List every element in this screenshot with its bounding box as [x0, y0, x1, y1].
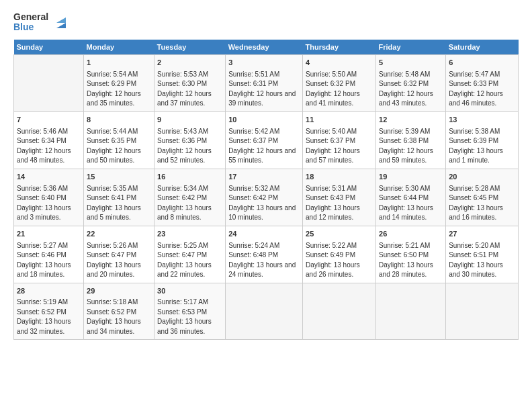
daylight-text: Daylight: 13 hours and 1 minute.	[449, 146, 515, 166]
calendar-cell	[446, 283, 519, 340]
daylight-text: Daylight: 13 hours and 18 minutes.	[17, 261, 81, 280]
sunset-text: Sunset: 6:50 PM	[379, 250, 443, 261]
calendar-cell: 9Sunrise: 5:43 AMSunset: 6:36 PMDaylight…	[154, 111, 226, 169]
day-number: 2	[157, 58, 222, 68]
calendar-table: SundayMondayTuesdayWednesdayThursdayFrid…	[13, 40, 519, 340]
calendar-cell: 11Sunrise: 5:40 AMSunset: 6:37 PMDayligh…	[303, 111, 376, 169]
daylight-text: Daylight: 12 hours and 48 minutes.	[17, 146, 81, 166]
daylight-text: Daylight: 12 hours and 57 minutes.	[306, 146, 373, 166]
calendar-cell: 8Sunrise: 5:44 AMSunset: 6:35 PMDaylight…	[84, 111, 154, 169]
calendar-cell: 5Sunrise: 5:48 AMSunset: 6:32 PMDaylight…	[376, 54, 446, 111]
sunset-text: Sunset: 6:42 PM	[157, 193, 222, 203]
day-number: 9	[157, 115, 222, 126]
calendar-cell: 17Sunrise: 5:32 AMSunset: 6:42 PMDayligh…	[226, 169, 303, 226]
calendar-cell: 13Sunrise: 5:38 AMSunset: 6:39 PMDayligh…	[446, 111, 519, 169]
daylight-text: Daylight: 12 hours and 50 minutes.	[87, 146, 151, 166]
daylight-text: Daylight: 13 hours and 8 minutes.	[157, 203, 222, 223]
sunrise-text: Sunrise: 5:19 AM	[17, 298, 81, 308]
day-header-saturday: Saturday	[446, 40, 519, 55]
calendar-cell: 4Sunrise: 5:50 AMSunset: 6:32 PMDaylight…	[303, 54, 376, 111]
calendar-cell: 24Sunrise: 5:24 AMSunset: 6:48 PMDayligh…	[226, 226, 303, 283]
day-number: 1	[87, 58, 151, 68]
sunset-text: Sunset: 6:44 PM	[379, 193, 443, 203]
daylight-text: Daylight: 13 hours and 22 minutes.	[157, 261, 222, 280]
daylight-text: Daylight: 13 hours and 10 minutes.	[228, 203, 300, 223]
logo: General Blue	[13, 12, 66, 33]
sunrise-text: Sunrise: 5:40 AM	[306, 127, 373, 137]
day-number: 24	[228, 229, 300, 240]
calendar-cell: 6Sunrise: 5:47 AMSunset: 6:33 PMDaylight…	[446, 54, 519, 111]
sunset-text: Sunset: 6:37 PM	[306, 136, 373, 146]
calendar-cell	[376, 283, 446, 340]
calendar-cell: 22Sunrise: 5:26 AMSunset: 6:47 PMDayligh…	[84, 226, 154, 283]
sunrise-text: Sunrise: 5:36 AM	[17, 184, 81, 194]
sunrise-text: Sunrise: 5:43 AM	[157, 127, 222, 137]
daylight-text: Daylight: 13 hours and 12 minutes.	[306, 203, 373, 223]
day-header-friday: Friday	[376, 40, 446, 55]
sunrise-text: Sunrise: 5:48 AM	[379, 70, 443, 80]
sunset-text: Sunset: 6:33 PM	[449, 79, 515, 89]
day-number: 4	[306, 58, 373, 68]
page-header: General Blue	[13, 12, 519, 33]
sunset-text: Sunset: 6:32 PM	[306, 79, 373, 89]
sunset-text: Sunset: 6:46 PM	[17, 250, 81, 261]
calendar-week-row: 21Sunrise: 5:27 AMSunset: 6:46 PMDayligh…	[14, 226, 519, 283]
sunset-text: Sunset: 6:41 PM	[87, 193, 151, 203]
day-number: 18	[306, 172, 373, 183]
daylight-text: Daylight: 13 hours and 14 minutes.	[379, 203, 443, 223]
calendar-cell: 18Sunrise: 5:31 AMSunset: 6:43 PMDayligh…	[303, 169, 376, 226]
sunrise-text: Sunrise: 5:44 AM	[87, 127, 151, 137]
calendar-cell: 21Sunrise: 5:27 AMSunset: 6:46 PMDayligh…	[14, 226, 84, 283]
sunset-text: Sunset: 6:37 PM	[228, 136, 300, 146]
sunset-text: Sunset: 6:35 PM	[87, 136, 151, 146]
day-number: 29	[87, 286, 151, 297]
sunrise-text: Sunrise: 5:31 AM	[306, 184, 373, 194]
calendar-cell	[303, 283, 376, 340]
day-number: 13	[449, 115, 515, 126]
sunrise-text: Sunrise: 5:24 AM	[228, 241, 300, 251]
day-number: 23	[157, 229, 222, 240]
day-number: 28	[17, 286, 81, 297]
day-header-monday: Monday	[84, 40, 154, 55]
daylight-text: Daylight: 13 hours and 28 minutes.	[379, 261, 443, 280]
daylight-text: Daylight: 13 hours and 30 minutes.	[449, 261, 515, 280]
day-number: 25	[306, 229, 373, 240]
sunrise-text: Sunrise: 5:51 AM	[228, 70, 300, 80]
daylight-text: Daylight: 13 hours and 20 minutes.	[87, 261, 151, 280]
sunset-text: Sunset: 6:31 PM	[228, 79, 300, 89]
calendar-week-row: 14Sunrise: 5:36 AMSunset: 6:40 PMDayligh…	[14, 169, 519, 226]
day-number: 14	[17, 172, 81, 183]
sunset-text: Sunset: 6:53 PM	[157, 308, 222, 318]
daylight-text: Daylight: 13 hours and 36 minutes.	[157, 317, 222, 336]
sunset-text: Sunset: 6:36 PM	[157, 136, 222, 146]
day-number: 21	[17, 229, 81, 240]
calendar-cell	[226, 283, 303, 340]
svg-marker-0	[56, 23, 66, 28]
sunset-text: Sunset: 6:30 PM	[157, 79, 222, 89]
calendar-cell: 30Sunrise: 5:17 AMSunset: 6:53 PMDayligh…	[154, 283, 226, 340]
daylight-text: Daylight: 13 hours and 24 minutes.	[228, 261, 300, 280]
sunset-text: Sunset: 6:52 PM	[87, 308, 151, 318]
daylight-text: Daylight: 13 hours and 26 minutes.	[306, 261, 373, 280]
day-header-sunday: Sunday	[14, 40, 84, 55]
calendar-cell: 10Sunrise: 5:42 AMSunset: 6:37 PMDayligh…	[226, 111, 303, 169]
svg-marker-1	[56, 17, 66, 23]
day-number: 8	[87, 115, 151, 126]
sunset-text: Sunset: 6:39 PM	[449, 136, 515, 146]
sunrise-text: Sunrise: 5:17 AM	[157, 298, 222, 308]
daylight-text: Daylight: 12 hours and 59 minutes.	[379, 146, 443, 166]
day-number: 30	[157, 286, 222, 297]
sunrise-text: Sunrise: 5:46 AM	[17, 127, 81, 137]
daylight-text: Daylight: 12 hours and 46 minutes.	[449, 89, 515, 109]
sunset-text: Sunset: 6:52 PM	[17, 308, 81, 318]
day-number: 7	[17, 115, 81, 126]
day-header-tuesday: Tuesday	[154, 40, 226, 55]
day-number: 12	[379, 115, 443, 126]
daylight-text: Daylight: 13 hours and 16 minutes.	[449, 203, 515, 223]
sunset-text: Sunset: 6:40 PM	[17, 193, 81, 203]
sunset-text: Sunset: 6:49 PM	[306, 250, 373, 261]
calendar-cell: 29Sunrise: 5:18 AMSunset: 6:52 PMDayligh…	[84, 283, 154, 340]
daylight-text: Daylight: 13 hours and 32 minutes.	[17, 317, 81, 336]
calendar-cell: 14Sunrise: 5:36 AMSunset: 6:40 PMDayligh…	[14, 169, 84, 226]
day-number: 6	[449, 58, 515, 68]
